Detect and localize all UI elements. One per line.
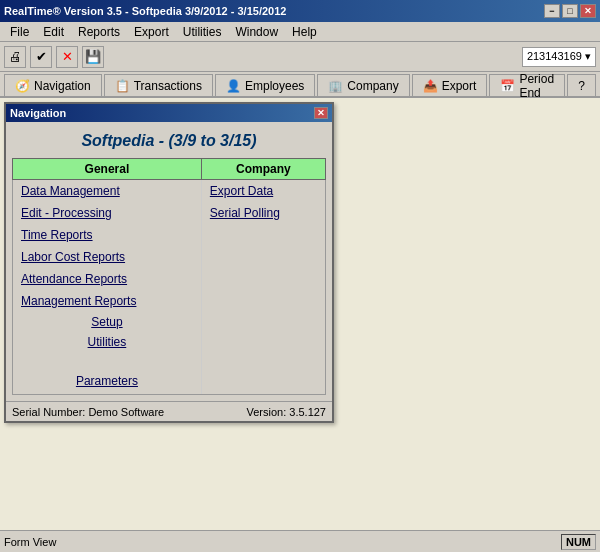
save-icon[interactable]: 💾: [82, 46, 104, 68]
nav-link-utilities[interactable]: Utilities: [88, 334, 127, 350]
menu-window[interactable]: Window: [229, 23, 284, 41]
transactions-tab-label: Transactions: [134, 79, 202, 93]
tab-employees[interactable]: 👤 Employees: [215, 74, 315, 96]
nav-link-management-reports[interactable]: Management Reports: [21, 293, 193, 309]
nav-link-attendance-reports[interactable]: Attendance Reports: [21, 271, 193, 287]
table-row: Data Management Export Data: [13, 180, 326, 203]
table-row: Setup: [13, 312, 326, 332]
table-row: [13, 352, 326, 368]
table-row: Parameters: [13, 368, 326, 395]
nav-cell-empty-right: [201, 352, 325, 368]
restore-button[interactable]: □: [562, 4, 578, 18]
tab-navigation[interactable]: 🧭 Navigation: [4, 74, 102, 96]
nav-cell-general-3: Labor Cost Reports: [13, 246, 202, 268]
navigation-table: General Company Data Management Export D…: [12, 158, 326, 395]
nav-cell-company-0: Export Data: [201, 180, 325, 203]
nav-cell-company-6: [201, 312, 325, 332]
nav-cell-general-4: Attendance Reports: [13, 268, 202, 290]
menu-reports[interactable]: Reports: [72, 23, 126, 41]
nav-cell-empty-left: [13, 352, 202, 368]
nav-cell-general-5: Management Reports: [13, 290, 202, 312]
company-column-header: Company: [201, 159, 325, 180]
status-bar: Form View NUM: [0, 530, 600, 552]
transactions-tab-icon: 📋: [115, 79, 130, 93]
nav-cell-general-2: Time Reports: [13, 224, 202, 246]
menu-file[interactable]: File: [4, 23, 35, 41]
serial-number: Serial Number: Demo Software: [12, 406, 164, 418]
title-bar: RealTime® Version 3.5 - Softpedia 3/9/20…: [0, 0, 600, 22]
window-title: RealTime® Version 3.5 - Softpedia 3/9/20…: [4, 5, 286, 17]
table-row: Management Reports: [13, 290, 326, 312]
company-tab-icon: 🏢: [328, 79, 343, 93]
print-icon[interactable]: 🖨: [4, 46, 26, 68]
nav-link-parameters[interactable]: Parameters: [76, 373, 138, 389]
nav-cell-general-1: Edit - Processing: [13, 202, 202, 224]
nav-cell-parameters: Parameters: [13, 368, 202, 395]
navigation-tab-icon: 🧭: [15, 79, 30, 93]
navigation-dialog: Navigation ✕ Softpedia - (3/9 to 3/15) G…: [4, 102, 334, 423]
nav-link-edit-processing[interactable]: Edit - Processing: [21, 205, 193, 221]
tab-help[interactable]: ?: [567, 74, 596, 96]
employees-tab-label: Employees: [245, 79, 304, 93]
toolbar: 🖨 ✔ ✕ 💾 213143169 ▾: [0, 42, 600, 72]
table-row: Edit - Processing Serial Polling: [13, 202, 326, 224]
nav-cell-general-0: Data Management: [13, 180, 202, 203]
table-row: Labor Cost Reports: [13, 246, 326, 268]
main-content: Navigation ✕ Softpedia - (3/9 to 3/15) G…: [0, 98, 600, 530]
nav-link-labor-cost-reports[interactable]: Labor Cost Reports: [21, 249, 193, 265]
general-column-header: General: [13, 159, 202, 180]
table-row: Attendance Reports: [13, 268, 326, 290]
nav-tabs: 🧭 Navigation 📋 Transactions 👤 Employees …: [0, 72, 600, 98]
employees-tab-icon: 👤: [226, 79, 241, 93]
dialog-header: Softpedia - (3/9 to 3/15): [12, 128, 326, 158]
tab-transactions[interactable]: 📋 Transactions: [104, 74, 213, 96]
company-tab-label: Company: [347, 79, 398, 93]
check-icon[interactable]: ✔: [30, 46, 52, 68]
nav-cell-general-7: Utilities: [13, 332, 202, 352]
nav-cell-company-1: Serial Polling: [201, 202, 325, 224]
nav-cell-company-4: [201, 268, 325, 290]
period-end-tab-label: Period End: [519, 72, 554, 100]
tab-export[interactable]: 📤 Export: [412, 74, 488, 96]
period-end-tab-icon: 📅: [500, 79, 515, 93]
table-row: Utilities: [13, 332, 326, 352]
dialog-body: Softpedia - (3/9 to 3/15) General Compan…: [6, 122, 332, 401]
dialog-title: Navigation: [10, 107, 66, 119]
navigation-tab-label: Navigation: [34, 79, 91, 93]
nav-link-data-management[interactable]: Data Management: [21, 183, 193, 199]
nav-cell-company-5: [201, 290, 325, 312]
export-tab-icon: 📤: [423, 79, 438, 93]
dialog-title-bar: Navigation ✕: [6, 104, 332, 122]
status-form-view: Form View: [4, 536, 56, 548]
nav-cell-general-6: Setup: [13, 312, 202, 332]
account-display[interactable]: 213143169 ▾: [522, 47, 596, 67]
menu-help[interactable]: Help: [286, 23, 323, 41]
menu-export[interactable]: Export: [128, 23, 175, 41]
help-tab-label: ?: [578, 79, 585, 93]
dialog-status-bar: Serial Number: Demo Software Version: 3.…: [6, 401, 332, 421]
dialog-close-button[interactable]: ✕: [314, 107, 328, 119]
nav-cell-company-2: [201, 224, 325, 246]
nav-link-export-data[interactable]: Export Data: [210, 183, 317, 199]
nav-cell-parameters-right: [201, 368, 325, 395]
cancel-icon[interactable]: ✕: [56, 46, 78, 68]
close-button[interactable]: ✕: [580, 4, 596, 18]
menu-bar: File Edit Reports Export Utilities Windo…: [0, 22, 600, 42]
tab-company[interactable]: 🏢 Company: [317, 74, 409, 96]
version-number: Version: 3.5.127: [246, 406, 326, 418]
nav-cell-company-7: [201, 332, 325, 352]
nav-link-setup[interactable]: Setup: [91, 314, 122, 330]
nav-link-serial-polling[interactable]: Serial Polling: [210, 205, 317, 221]
export-tab-label: Export: [442, 79, 477, 93]
minimize-button[interactable]: −: [544, 4, 560, 18]
menu-edit[interactable]: Edit: [37, 23, 70, 41]
nav-link-time-reports[interactable]: Time Reports: [21, 227, 193, 243]
tab-period-end[interactable]: 📅 Period End: [489, 74, 565, 96]
table-row: Time Reports: [13, 224, 326, 246]
status-num: NUM: [561, 534, 596, 550]
menu-utilities[interactable]: Utilities: [177, 23, 228, 41]
nav-cell-company-3: [201, 246, 325, 268]
